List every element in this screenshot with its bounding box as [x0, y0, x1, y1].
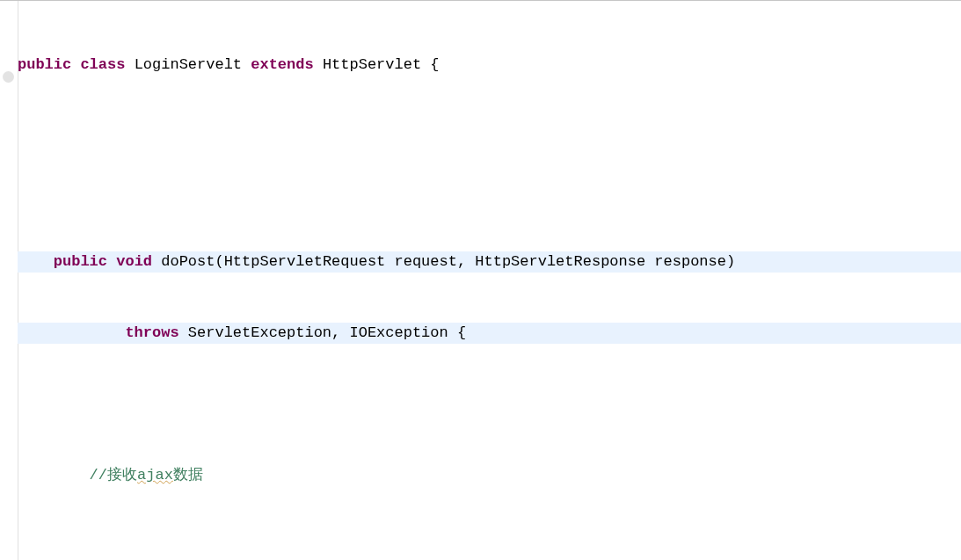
override-marker-icon [3, 71, 14, 83]
superclass: HttpServlet { [314, 56, 440, 73]
code-line-blank [18, 180, 961, 201]
code-line-comment: //接收ajax数据 [18, 465, 961, 486]
code-line: public void doPost(HttpServletRequest re… [18, 251, 961, 273]
class-name: LoginServelt [125, 56, 251, 73]
keyword-extends: extends [251, 56, 313, 73]
keyword-class: class [80, 56, 125, 73]
keyword-throws: throws [125, 324, 178, 341]
comment-text: //接收 [18, 467, 137, 484]
throws-clause: ServletException, IOException { [179, 324, 466, 341]
code-line: throws ServletException, IOException { [18, 323, 961, 344]
code-line-blank [18, 126, 961, 147]
code-line: public class LoginServelt extends HttpSe… [18, 55, 961, 76]
code-content[interactable]: public class LoginServelt extends HttpSe… [18, 1, 961, 560]
method-signature: doPost(HttpServletRequest request, HttpS… [152, 253, 735, 270]
code-editor[interactable]: public class LoginServelt extends HttpSe… [0, 0, 961, 560]
code-line-blank [18, 536, 961, 557]
gutter [0, 1, 18, 560]
keyword-public: public [18, 56, 71, 73]
keyword-public: public [54, 253, 107, 270]
comment-text: 数据 [173, 467, 203, 484]
keyword-void: void [116, 253, 152, 270]
spelling-warning: ajax [137, 467, 173, 484]
code-line-blank [18, 394, 961, 415]
